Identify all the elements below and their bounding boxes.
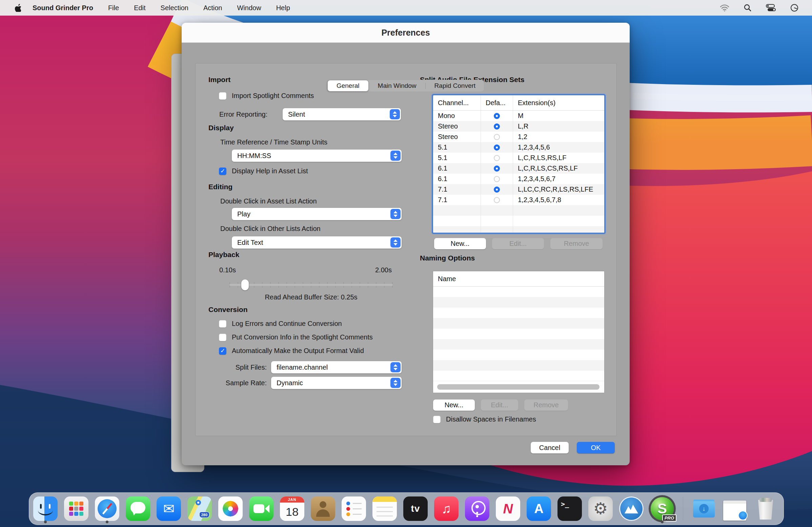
extension-table-header: Channel... Defa... Extension(s) (433, 95, 604, 111)
extension-row[interactable]: 5.11,2,3,4,5,6 (433, 142, 604, 153)
dock-item-messages[interactable] (126, 495, 150, 523)
default-cell (481, 121, 513, 132)
extension-row[interactable]: StereoL,R (433, 121, 604, 132)
dock-item-downloads[interactable]: ↓ (692, 495, 716, 523)
col-channels[interactable]: Channel... (433, 95, 481, 110)
naming-remove-button[interactable]: Remove (524, 399, 568, 411)
menu-selection[interactable]: Selection (161, 4, 188, 12)
disallow-spaces-checkbox[interactable] (433, 416, 440, 423)
active-app-name[interactable]: Sound Grinder Pro (32, 4, 93, 12)
dock-item-calendar[interactable]: JAN18 (280, 495, 304, 523)
import-spotlight-checkbox[interactable] (219, 92, 227, 100)
apple-menu-icon[interactable] (14, 4, 21, 12)
dock-item-app-store[interactable]: A (527, 495, 551, 523)
auto-valid-row: Automatically Make the Output Format Val… (219, 347, 364, 355)
wifi-icon[interactable] (720, 4, 729, 12)
extension-edit-button[interactable]: Edit... (492, 238, 544, 249)
dock-item-notes[interactable] (373, 495, 397, 523)
naming-table-body (433, 287, 604, 381)
naming-options-table[interactable]: Name (433, 271, 604, 393)
scrollbar-thumb[interactable] (437, 384, 599, 390)
control-center-icon[interactable] (766, 4, 776, 12)
default-radio[interactable] (494, 186, 500, 193)
tab-rapid-convert[interactable]: Rapid Convert (426, 80, 484, 92)
dock-item-facetime[interactable] (249, 495, 274, 523)
extension-row[interactable]: Stereo1,2 (433, 132, 604, 142)
extension-row[interactable]: 7.11,2,3,4,5,6,7,8 (433, 195, 604, 205)
default-radio[interactable] (494, 134, 500, 140)
dock-item-safari[interactable] (95, 495, 119, 523)
channels-cell: Mono (433, 111, 481, 121)
extension-row[interactable]: MonoM (433, 111, 604, 121)
dock-item-reminders[interactable] (342, 495, 366, 523)
naming-new-button[interactable]: New... (433, 399, 475, 411)
read-ahead-slider[interactable] (229, 279, 393, 290)
extension-new-button[interactable]: New... (434, 238, 486, 249)
sample-rate-select[interactable]: Dynamic (271, 377, 402, 389)
extension-row[interactable]: 5.1L,C,R,LS,RS,LF (433, 153, 604, 163)
extensions-cell: L,C,R,LS,CS,RS,LF (513, 163, 604, 174)
dock-item-music[interactable]: ♫ (434, 495, 459, 523)
naming-table-scrollbar[interactable] (433, 381, 604, 393)
menu-file[interactable]: File (108, 4, 119, 12)
disallow-spaces-label: Disallow Spaces in Filenames (446, 415, 536, 423)
default-radio[interactable] (494, 124, 500, 130)
default-radio[interactable] (494, 197, 500, 203)
menu-window[interactable]: Window (237, 4, 261, 12)
default-radio[interactable] (494, 144, 500, 151)
dock-item-photos[interactable] (218, 495, 243, 523)
app-store-icon: A (527, 497, 551, 521)
dock-item-minimized-window[interactable] (723, 495, 747, 523)
extension-remove-button[interactable]: Remove (550, 238, 603, 249)
naming-edit-button[interactable]: Edit... (481, 399, 518, 411)
asset-list-action-select[interactable]: Play (232, 208, 402, 220)
col-extensions[interactable]: Extension(s) (513, 95, 604, 110)
default-radio[interactable] (494, 166, 500, 172)
dock-item-news[interactable]: N (496, 495, 520, 523)
extension-row[interactable]: 6.11,2,3,4,5,6,7 (433, 174, 604, 184)
menu-help[interactable]: Help (276, 4, 290, 12)
clock-icon[interactable] (790, 4, 798, 12)
dock-item-maps[interactable]: 280 (187, 495, 212, 523)
dock-item-launchpad[interactable] (64, 495, 88, 523)
col-name[interactable]: Name (433, 271, 604, 286)
log-errors-checkbox[interactable] (219, 320, 227, 328)
dock-item-terminal[interactable]: >_ (557, 495, 582, 523)
menu-action[interactable]: Action (203, 4, 222, 12)
ok-button[interactable]: OK (577, 442, 615, 453)
col-default[interactable]: Defa... (481, 95, 513, 110)
dock-item-system-preferences[interactable]: ⚙ (588, 495, 613, 523)
dock-item-trash[interactable] (753, 495, 778, 523)
menu-edit[interactable]: Edit (134, 4, 145, 12)
dock-item-app-cleaner[interactable] (619, 495, 643, 523)
slider-thumb[interactable] (241, 280, 249, 290)
extension-row[interactable]: 6.1L,C,R,LS,CS,RS,LF (433, 163, 604, 174)
cancel-button[interactable]: Cancel (531, 442, 569, 453)
dialog-title-bar[interactable]: Preferences (182, 23, 630, 43)
dock-item-mail[interactable]: ✉ (157, 495, 181, 523)
extension-row[interactable]: 7.1L,LC,C,RC,R,LS,RS,LFE (433, 184, 604, 195)
other-lists-action-select[interactable]: Edit Text (232, 237, 402, 248)
default-radio[interactable] (494, 176, 500, 182)
dock-item-sound-grinder-pro[interactable]: SPRO (650, 495, 675, 523)
split-files-select[interactable]: filename.channel (271, 361, 402, 373)
dock-item-finder[interactable] (33, 495, 58, 523)
default-radio[interactable] (494, 155, 500, 161)
display-help-checkbox[interactable] (219, 168, 227, 175)
tab-general[interactable]: General (328, 80, 368, 91)
dock-item-apple-tv[interactable]: tv (403, 495, 428, 523)
menu-bar: Sound Grinder Pro File Edit Selection Ac… (0, 0, 812, 16)
launchpad-icon (64, 497, 88, 521)
extension-sets-table[interactable]: Channel... Defa... Extension(s) MonoMSte… (433, 95, 604, 233)
time-units-select[interactable]: HH:MM:SS (232, 149, 402, 162)
auto-valid-checkbox[interactable] (219, 347, 227, 355)
error-reporting-select[interactable]: Silent (282, 108, 401, 120)
dock-item-contacts[interactable] (311, 495, 335, 523)
conversion-info-checkbox[interactable] (219, 334, 227, 341)
default-radio[interactable] (494, 113, 500, 119)
tab-main-window[interactable]: Main Window (369, 80, 425, 92)
search-icon[interactable] (743, 4, 752, 12)
naming-row-empty (433, 371, 604, 381)
other-lists-action-label: Double Click in Other Lists Action (220, 225, 321, 233)
dock-item-podcasts[interactable] (465, 495, 489, 523)
